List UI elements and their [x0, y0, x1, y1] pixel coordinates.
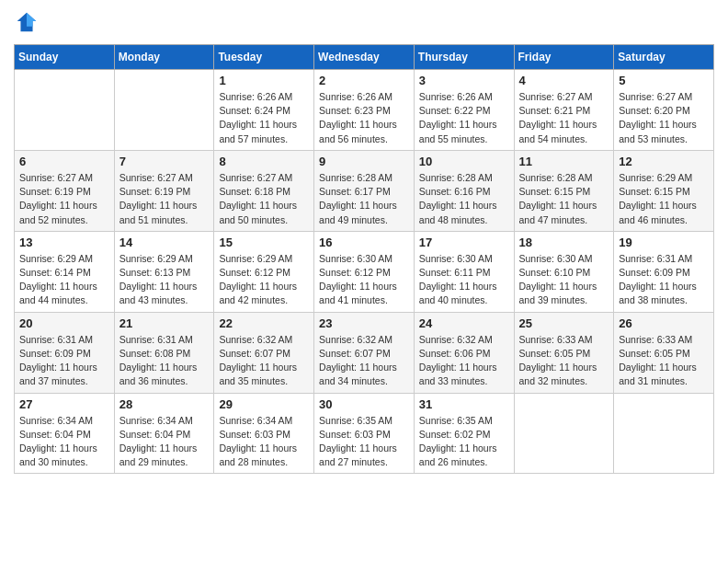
day-number: 31: [419, 397, 509, 411]
calendar-day-cell: 10Sunrise: 6:28 AM Sunset: 6:16 PM Dayli…: [414, 150, 514, 231]
logo-icon: [14, 9, 40, 35]
day-number: 3: [419, 74, 509, 87]
day-info-text: Sunrise: 6:29 AM Sunset: 6:15 PM Dayligh…: [619, 171, 709, 227]
day-info-text: Sunrise: 6:35 AM Sunset: 6:02 PM Dayligh…: [419, 414, 509, 470]
calendar-day-cell: [614, 393, 714, 474]
calendar-day-cell: 30Sunrise: 6:35 AM Sunset: 6:03 PM Dayli…: [314, 393, 415, 474]
day-info-text: Sunrise: 6:34 AM Sunset: 6:04 PM Dayligh…: [119, 414, 210, 470]
day-number: 27: [19, 397, 109, 411]
day-number: 29: [219, 397, 309, 411]
day-info-text: Sunrise: 6:35 AM Sunset: 6:03 PM Dayligh…: [319, 414, 409, 470]
day-number: 14: [119, 236, 210, 249]
calendar-day-cell: 23Sunrise: 6:32 AM Sunset: 6:07 PM Dayli…: [314, 312, 415, 393]
calendar-day-cell: 11Sunrise: 6:28 AM Sunset: 6:15 PM Dayli…: [514, 150, 614, 231]
day-info-text: Sunrise: 6:28 AM Sunset: 6:15 PM Dayligh…: [519, 171, 609, 227]
calendar-day-cell: 13Sunrise: 6:29 AM Sunset: 6:14 PM Dayli…: [15, 231, 115, 312]
svg-marker-1: [27, 13, 36, 27]
day-number: 5: [619, 74, 709, 87]
day-info-text: Sunrise: 6:27 AM Sunset: 6:19 PM Dayligh…: [19, 171, 109, 227]
day-number: 10: [419, 155, 509, 168]
logo: [14, 9, 43, 35]
calendar-day-cell: 4Sunrise: 6:27 AM Sunset: 6:21 PM Daylig…: [514, 70, 614, 151]
calendar-day-cell: 16Sunrise: 6:30 AM Sunset: 6:12 PM Dayli…: [314, 231, 415, 312]
calendar-day-cell: 31Sunrise: 6:35 AM Sunset: 6:02 PM Dayli…: [414, 393, 514, 474]
calendar-day-cell: 5Sunrise: 6:27 AM Sunset: 6:20 PM Daylig…: [614, 70, 714, 151]
day-number: 16: [319, 236, 409, 249]
calendar-day-cell: 14Sunrise: 6:29 AM Sunset: 6:13 PM Dayli…: [114, 231, 214, 312]
calendar-day-header: Thursday: [414, 45, 514, 70]
calendar-header: SundayMondayTuesdayWednesdayThursdayFrid…: [15, 45, 714, 70]
day-number: 22: [219, 316, 309, 330]
day-info-text: Sunrise: 6:30 AM Sunset: 6:12 PM Dayligh…: [319, 252, 409, 308]
day-number: 24: [419, 316, 509, 330]
day-number: 21: [119, 316, 210, 330]
calendar-day-header: Wednesday: [314, 45, 415, 70]
calendar-week-row: 13Sunrise: 6:29 AM Sunset: 6:14 PM Dayli…: [15, 231, 714, 312]
day-number: 26: [619, 316, 709, 330]
calendar-day-cell: [15, 70, 115, 151]
calendar-day-header: Friday: [514, 45, 614, 70]
day-info-text: Sunrise: 6:31 AM Sunset: 6:08 PM Dayligh…: [119, 333, 210, 389]
day-number: 7: [119, 155, 210, 168]
calendar-day-cell: 25Sunrise: 6:33 AM Sunset: 6:05 PM Dayli…: [514, 312, 614, 393]
day-info-text: Sunrise: 6:26 AM Sunset: 6:24 PM Dayligh…: [219, 90, 309, 146]
day-number: 12: [619, 155, 709, 168]
day-info-text: Sunrise: 6:28 AM Sunset: 6:16 PM Dayligh…: [419, 171, 509, 227]
day-number: 13: [19, 236, 109, 249]
day-number: 30: [319, 397, 409, 411]
day-info-text: Sunrise: 6:27 AM Sunset: 6:21 PM Dayligh…: [519, 90, 609, 146]
calendar-day-cell: 3Sunrise: 6:26 AM Sunset: 6:22 PM Daylig…: [414, 70, 514, 151]
day-number: 6: [19, 155, 109, 168]
day-number: 8: [219, 155, 309, 168]
calendar-day-header: Saturday: [614, 45, 714, 70]
day-info-text: Sunrise: 6:31 AM Sunset: 6:09 PM Dayligh…: [619, 252, 709, 308]
calendar-day-cell: 27Sunrise: 6:34 AM Sunset: 6:04 PM Dayli…: [15, 393, 115, 474]
calendar-day-cell: 22Sunrise: 6:32 AM Sunset: 6:07 PM Dayli…: [214, 312, 314, 393]
day-info-text: Sunrise: 6:29 AM Sunset: 6:12 PM Dayligh…: [219, 252, 309, 308]
calendar-day-cell: 1Sunrise: 6:26 AM Sunset: 6:24 PM Daylig…: [214, 70, 314, 151]
day-info-text: Sunrise: 6:34 AM Sunset: 6:03 PM Dayligh…: [219, 414, 309, 470]
calendar-day-cell: 28Sunrise: 6:34 AM Sunset: 6:04 PM Dayli…: [114, 393, 214, 474]
day-number: 17: [419, 236, 509, 249]
day-info-text: Sunrise: 6:27 AM Sunset: 6:20 PM Dayligh…: [619, 90, 709, 146]
day-info-text: Sunrise: 6:33 AM Sunset: 6:05 PM Dayligh…: [619, 333, 709, 389]
day-info-text: Sunrise: 6:29 AM Sunset: 6:14 PM Dayligh…: [19, 252, 109, 308]
day-number: 11: [519, 155, 609, 168]
calendar-week-row: 6Sunrise: 6:27 AM Sunset: 6:19 PM Daylig…: [15, 150, 714, 231]
day-number: 1: [219, 74, 309, 87]
day-number: 18: [519, 236, 609, 249]
day-info-text: Sunrise: 6:32 AM Sunset: 6:07 PM Dayligh…: [219, 333, 309, 389]
day-info-text: Sunrise: 6:31 AM Sunset: 6:09 PM Dayligh…: [19, 333, 109, 389]
page-header: [14, 9, 714, 35]
calendar-week-row: 20Sunrise: 6:31 AM Sunset: 6:09 PM Dayli…: [15, 312, 714, 393]
day-info-text: Sunrise: 6:32 AM Sunset: 6:06 PM Dayligh…: [419, 333, 509, 389]
day-number: 4: [519, 74, 609, 87]
calendar-day-cell: 9Sunrise: 6:28 AM Sunset: 6:17 PM Daylig…: [314, 150, 415, 231]
calendar-body: 1Sunrise: 6:26 AM Sunset: 6:24 PM Daylig…: [15, 70, 714, 474]
calendar-day-cell: 24Sunrise: 6:32 AM Sunset: 6:06 PM Dayli…: [414, 312, 514, 393]
day-number: 25: [519, 316, 609, 330]
calendar-day-cell: 29Sunrise: 6:34 AM Sunset: 6:03 PM Dayli…: [214, 393, 314, 474]
day-info-text: Sunrise: 6:29 AM Sunset: 6:13 PM Dayligh…: [119, 252, 210, 308]
calendar-day-header: Tuesday: [214, 45, 314, 70]
day-number: 9: [319, 155, 409, 168]
calendar-day-header: Monday: [114, 45, 214, 70]
day-info-text: Sunrise: 6:32 AM Sunset: 6:07 PM Dayligh…: [319, 333, 409, 389]
calendar-day-cell: 7Sunrise: 6:27 AM Sunset: 6:19 PM Daylig…: [114, 150, 214, 231]
calendar-week-row: 1Sunrise: 6:26 AM Sunset: 6:24 PM Daylig…: [15, 70, 714, 151]
calendar-day-cell: 17Sunrise: 6:30 AM Sunset: 6:11 PM Dayli…: [414, 231, 514, 312]
calendar-day-cell: 21Sunrise: 6:31 AM Sunset: 6:08 PM Dayli…: [114, 312, 214, 393]
day-info-text: Sunrise: 6:27 AM Sunset: 6:19 PM Dayligh…: [119, 171, 210, 227]
calendar-day-cell: [514, 393, 614, 474]
calendar-day-cell: 26Sunrise: 6:33 AM Sunset: 6:05 PM Dayli…: [614, 312, 714, 393]
day-number: 19: [619, 236, 709, 249]
day-info-text: Sunrise: 6:30 AM Sunset: 6:11 PM Dayligh…: [419, 252, 509, 308]
calendar-day-cell: 12Sunrise: 6:29 AM Sunset: 6:15 PM Dayli…: [614, 150, 714, 231]
day-number: 15: [219, 236, 309, 249]
day-info-text: Sunrise: 6:30 AM Sunset: 6:10 PM Dayligh…: [519, 252, 609, 308]
day-info-text: Sunrise: 6:34 AM Sunset: 6:04 PM Dayligh…: [19, 414, 109, 470]
calendar-day-cell: 2Sunrise: 6:26 AM Sunset: 6:23 PM Daylig…: [314, 70, 415, 151]
day-number: 28: [119, 397, 210, 411]
day-info-text: Sunrise: 6:33 AM Sunset: 6:05 PM Dayligh…: [519, 333, 609, 389]
day-info-text: Sunrise: 6:26 AM Sunset: 6:23 PM Dayligh…: [319, 90, 409, 146]
